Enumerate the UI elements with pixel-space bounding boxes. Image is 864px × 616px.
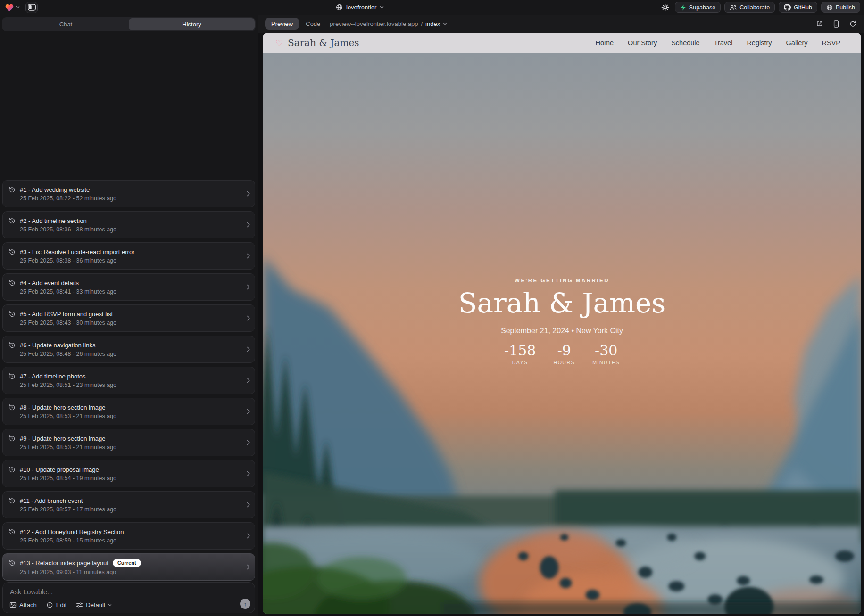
countdown-item: -158 DAYS [504,343,536,365]
nav-link[interactable]: Home [595,39,614,47]
nav-link[interactable]: Schedule [671,39,699,47]
collaborate-button[interactable]: Collaborate [724,2,775,13]
collaborate-button-label: Collaborate [739,4,770,11]
nav-link[interactable]: Gallery [786,39,808,47]
hero-section: WE'RE GETTING MARRIED Sarah & James Sept… [263,53,861,614]
chevron-right-icon [247,440,250,445]
history-meta: 25 Feb 2025, 08:53 - 21 minutes ago [20,444,242,451]
site-logo[interactable]: ♡ Sarah & James [275,37,359,49]
chevron-right-icon [247,533,250,539]
history-title: #8 - Update hero section image [20,404,105,411]
history-version-item[interactable]: #12 - Add Honeyfund Registry Section 25 … [2,522,255,550]
countdown-label: DAYS [504,360,536,365]
history-version-item[interactable]: #5 - Add RSVP form and guest list 25 Feb… [2,304,255,332]
refresh-button[interactable] [849,20,856,27]
history-meta: 25 Feb 2025, 08:41 - 33 minutes ago [20,288,242,295]
wedding-site-preview: ♡ Sarah & James Home Our Story Schedule … [263,33,861,614]
globe-icon [336,4,343,11]
history-meta: 25 Feb 2025, 08:51 - 23 minutes ago [20,382,242,388]
tab-code[interactable]: Code [306,20,320,27]
history-title: #3 - Fix: Resolve Lucide-react import er… [20,248,134,255]
supabase-button[interactable]: Supabase [675,2,721,13]
history-meta: 25 Feb 2025, 08:38 - 36 minutes ago [20,257,242,264]
nav-link[interactable]: Travel [714,39,733,47]
history-version-item[interactable]: #13 - Refactor index page layout Current… [2,553,255,581]
chevron-right-icon [247,409,250,414]
history-version-item[interactable]: #8 - Update hero section image 25 Feb 20… [2,398,255,425]
tab-history[interactable]: History [129,18,255,30]
history-clock-icon [8,248,16,255]
history-clock-icon [8,559,16,567]
history-version-item[interactable]: #1 - Add wedding website 25 Feb 2025, 08… [2,180,255,207]
history-meta: 25 Feb 2025, 08:22 - 52 minutes ago [20,195,242,202]
nav-link[interactable]: Registry [747,39,772,47]
top-bar: lovefrontier Supabase [0,0,864,15]
history-clock-icon [8,528,16,535]
nav-link[interactable]: RSVP [822,39,841,47]
site-header: ♡ Sarah & James Home Our Story Schedule … [263,33,861,53]
github-button[interactable]: GitHub [779,2,817,13]
countdown-value: -30 [592,343,620,359]
history-clock-icon [8,279,16,287]
countdown-item: -9 HOURS [552,343,576,365]
chevron-right-icon [247,284,250,290]
project-name: lovefrontier [346,4,376,11]
history-title: #11 - Add brunch event [20,497,83,504]
history-version-item[interactable]: #4 - Add event details 25 Feb 2025, 08:4… [2,273,255,301]
tab-preview[interactable]: Preview [265,18,299,30]
url-page: index [425,20,440,27]
settings-button[interactable] [660,2,671,13]
site-nav: Home Our Story Schedule Travel Registry … [595,39,840,47]
preview-toolbar: Preview Code preview--lovefrontier.lovab… [258,15,864,33]
history-title: #10 - Update proposal image [20,466,99,473]
current-badge: Current [113,559,141,567]
countdown-item: -30 MINUTES [592,343,620,365]
history-clock-icon [8,466,16,473]
chevron-down-icon [108,604,112,607]
lovable-logo-menu[interactable] [5,3,20,12]
model-mode-selector[interactable]: Default [76,601,112,608]
globe-icon [826,4,833,11]
attach-button[interactable]: Attach [9,601,37,608]
publish-button[interactable]: Publish [821,2,860,13]
history-clock-icon [8,186,16,193]
mobile-phone-icon [833,20,839,28]
history-clock-icon [8,497,16,504]
countdown-value: -9 [552,343,576,359]
history-version-item[interactable]: #9 - Update hero section image 25 Feb 20… [2,429,255,456]
image-attach-icon [9,601,17,608]
history-clock-icon [8,217,16,224]
tab-chat[interactable]: Chat [3,18,129,30]
history-meta: 25 Feb 2025, 08:59 - 15 minutes ago [20,537,242,544]
supabase-button-label: Supabase [689,4,715,11]
edit-mode-button[interactable]: Edit [46,601,66,608]
countdown: -158 DAYS -9 HOURS -30 MINUTES [263,343,861,365]
history-meta: 25 Feb 2025, 08:48 - 26 minutes ago [20,351,242,357]
history-version-item[interactable]: #3 - Fix: Resolve Lucide-react import er… [2,242,255,270]
history-version-item[interactable]: #2 - Add timeline section 25 Feb 2025, 0… [2,211,255,238]
nav-link[interactable]: Our Story [628,39,657,47]
history-version-item[interactable]: #11 - Add brunch event 25 Feb 2025, 08:5… [2,491,255,518]
mobile-view-button[interactable] [833,20,839,28]
supabase-icon [680,4,686,11]
open-in-new-tab-button[interactable] [816,20,823,27]
people-icon [730,4,737,11]
history-version-item[interactable]: #6 - Update navigation links 25 Feb 2025… [2,336,255,363]
lovable-heart-logo-icon [5,3,14,12]
history-meta: 25 Feb 2025, 08:57 - 17 minutes ago [20,506,242,513]
history-version-item[interactable]: #7 - Add timeline photos 25 Feb 2025, 08… [2,367,255,394]
project-switcher[interactable]: lovefrontier [336,0,384,15]
history-title: #12 - Add Honeyfund Registry Section [20,528,124,535]
send-button[interactable]: ↑ [240,599,250,609]
prompt-input[interactable]: Ask Lovable... [10,588,53,596]
lovable-app-window: lovefrontier Supabase [0,0,864,616]
preview-url[interactable]: preview--lovefrontier.lovable.app / inde… [330,20,447,27]
hero-eyebrow: WE'RE GETTING MARRIED [263,278,861,283]
history-clock-icon [8,342,16,349]
chat-history-sidebar: Chat History #1 - Add wedding website [0,15,258,616]
chevron-right-icon [247,564,250,570]
url-host: preview--lovefrontier.lovable.app [330,20,418,27]
github-button-label: GitHub [794,4,812,11]
history-version-item[interactable]: #10 - Update proposal image 25 Feb 2025,… [2,460,255,487]
sidebar-toggle-button[interactable] [25,2,38,13]
